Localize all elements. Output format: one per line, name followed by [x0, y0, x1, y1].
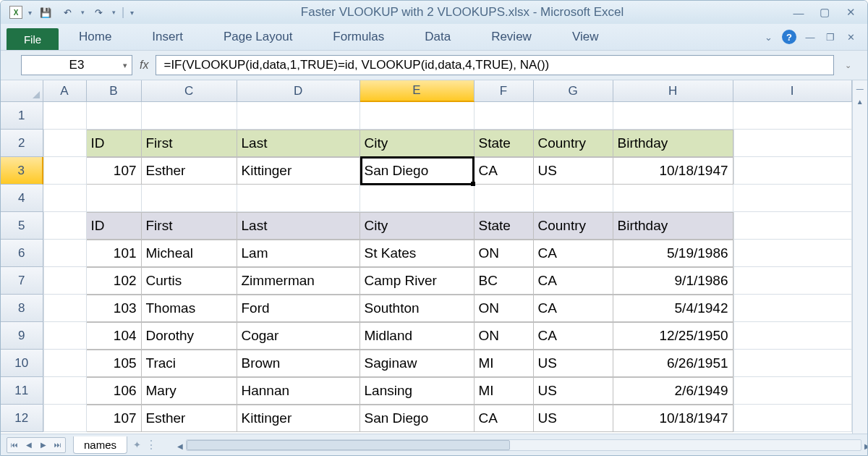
cell[interactable]: Kittinger — [237, 157, 360, 185]
row-header[interactable]: 7 — [1, 267, 43, 295]
cell[interactable]: US — [534, 377, 613, 405]
tab-view[interactable]: View — [552, 30, 619, 44]
cell[interactable]: 102 — [87, 267, 142, 295]
cell[interactable]: 107 — [87, 157, 142, 185]
tab-review[interactable]: Review — [471, 30, 552, 44]
cell[interactable]: ON — [475, 295, 534, 322]
row-header[interactable]: 4 — [1, 185, 43, 212]
row-header[interactable]: 1 — [1, 102, 43, 130]
cell[interactable]: Camp River — [360, 267, 475, 295]
cell[interactable]: CA — [534, 295, 613, 322]
redo-icon[interactable]: ↷ — [90, 4, 106, 20]
cell[interactable]: CA — [475, 157, 534, 185]
col-header[interactable]: H — [613, 80, 733, 102]
table-header[interactable]: ID — [87, 130, 142, 157]
table-header[interactable]: City — [360, 212, 475, 240]
row-header[interactable]: 12 — [1, 405, 43, 432]
cell[interactable]: Zimmerman — [237, 267, 360, 295]
cell[interactable]: 104 — [87, 322, 142, 350]
table-header[interactable]: State — [475, 130, 534, 157]
cell[interactable]: Saginaw — [360, 350, 475, 377]
cell[interactable]: CA — [534, 267, 613, 295]
cell[interactable]: MI — [475, 350, 534, 377]
cell[interactable]: 5/4/1942 — [613, 295, 733, 322]
cell[interactable]: San Diego — [360, 157, 475, 185]
cell[interactable]: Cogar — [237, 322, 360, 350]
cell[interactable]: CA — [534, 240, 613, 267]
cell[interactable]: 105 — [87, 350, 142, 377]
cell[interactable]: 9/1/1986 — [613, 267, 733, 295]
cells-area[interactable]: A B C D E F G H I ID First Last City Sta… — [43, 80, 852, 434]
hscroll-thumb[interactable] — [187, 440, 510, 450]
col-header[interactable]: A — [43, 80, 87, 102]
undo-icon[interactable]: ↶ — [59, 4, 75, 20]
tab-page-layout[interactable]: Page Layout — [203, 30, 312, 44]
cell[interactable]: BC — [475, 267, 534, 295]
cell[interactable]: Micheal — [142, 240, 237, 267]
cell[interactable]: US — [534, 350, 613, 377]
minimize-button[interactable]: — — [791, 5, 807, 20]
col-header[interactable]: F — [475, 80, 534, 102]
col-header[interactable]: B — [87, 80, 142, 102]
name-box[interactable]: E3 — [21, 55, 132, 75]
cell[interactable]: 6/26/1951 — [613, 350, 733, 377]
file-tab[interactable]: File — [7, 28, 59, 50]
formula-bar-expand-icon[interactable]: ⌄ — [841, 61, 854, 70]
cell[interactable]: 101 — [87, 240, 142, 267]
scroll-up-icon[interactable]: ▲ — [855, 96, 865, 106]
cell[interactable]: Lam — [237, 240, 360, 267]
cell[interactable]: Lansing — [360, 377, 475, 405]
col-header[interactable]: C — [142, 80, 237, 102]
tab-insert[interactable]: Insert — [132, 30, 203, 44]
cell[interactable]: St Kates — [360, 240, 475, 267]
scroll-left-icon[interactable]: ◀ — [174, 440, 187, 453]
cell[interactable]: ON — [475, 240, 534, 267]
cell[interactable]: 10/18/1947 — [613, 157, 733, 185]
maximize-button[interactable]: ▢ — [817, 5, 833, 20]
new-sheet-icon[interactable]: ✦ — [133, 439, 141, 450]
cell[interactable]: Dorothy — [142, 322, 237, 350]
cell[interactable]: Midland — [360, 322, 475, 350]
select-all-button[interactable] — [1, 80, 43, 102]
table-header[interactable]: First — [142, 212, 237, 240]
formula-input[interactable]: =IF(VLOOKUP(id,data,1,TRUE)=id, VLOOKUP(… — [156, 55, 834, 75]
cell[interactable]: ON — [475, 322, 534, 350]
col-header[interactable]: D — [237, 80, 360, 102]
cell[interactable]: Kittinger — [237, 405, 360, 432]
tab-formulas[interactable]: Formulas — [312, 30, 404, 44]
split-handle-icon[interactable]: — — [855, 83, 865, 93]
help-icon[interactable]: ? — [782, 30, 796, 44]
cell[interactable]: Esther — [142, 157, 237, 185]
cell[interactable]: 106 — [87, 377, 142, 405]
close-button[interactable]: ✕ — [843, 5, 859, 20]
cell[interactable]: Curtis — [142, 267, 237, 295]
col-header[interactable]: G — [534, 80, 613, 102]
row-header[interactable]: 10 — [1, 350, 43, 377]
fx-icon[interactable]: fx — [140, 59, 148, 72]
tab-home[interactable]: Home — [59, 30, 132, 44]
table-header[interactable]: Last — [237, 212, 360, 240]
cell[interactable]: Southton — [360, 295, 475, 322]
save-icon[interactable]: 💾 — [38, 4, 54, 20]
tab-data[interactable]: Data — [404, 30, 471, 44]
table-header[interactable]: Birthday — [613, 212, 733, 240]
cell[interactable]: US — [534, 405, 613, 432]
last-sheet-icon[interactable]: ⏭ — [51, 439, 64, 452]
row-header[interactable]: 11 — [1, 377, 43, 405]
scroll-right-icon[interactable]: ▶ — [861, 440, 868, 453]
excel-icon[interactable]: X — [9, 6, 22, 19]
ribbon-minimize-icon[interactable]: ⌄ — [762, 31, 775, 43]
row-header[interactable]: 2 — [1, 130, 43, 157]
table-header[interactable]: Country — [534, 212, 613, 240]
table-header[interactable]: Birthday — [613, 130, 733, 157]
cell[interactable]: 2/6/1949 — [613, 377, 733, 405]
horizontal-scrollbar[interactable]: ◀ ▶ — [186, 439, 861, 451]
table-header[interactable]: City — [360, 130, 475, 157]
cell[interactable]: MI — [475, 377, 534, 405]
cell[interactable]: Mary — [142, 377, 237, 405]
row-header[interactable]: 6 — [1, 240, 43, 267]
cell[interactable]: Hannan — [237, 377, 360, 405]
undo-dropdown-icon[interactable]: ▾ — [81, 9, 85, 16]
table-header[interactable]: Last — [237, 130, 360, 157]
first-sheet-icon[interactable]: ⏮ — [8, 439, 21, 452]
